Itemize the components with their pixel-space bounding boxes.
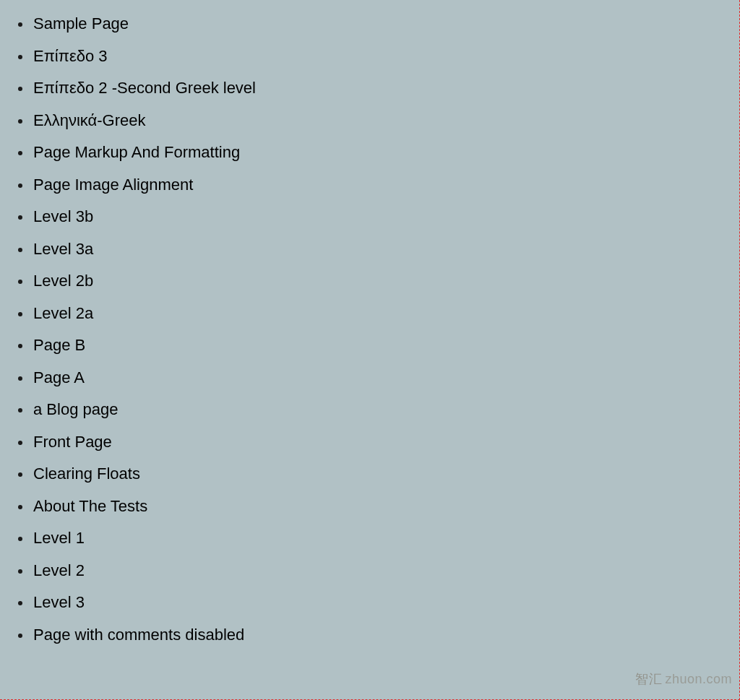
list-item: Level 1	[32, 530, 739, 546]
page-link[interactable]: Level 3a	[33, 240, 93, 258]
page-link[interactable]: a Blog page	[33, 400, 118, 418]
list-item: Ελληνικά-Greek	[32, 113, 739, 129]
page-link[interactable]: Level 1	[33, 529, 85, 547]
list-item: Level 3	[32, 595, 739, 610]
page-link[interactable]: Level 3	[33, 593, 85, 611]
list-item: Clearing Floats	[32, 466, 739, 482]
page-link[interactable]: Επίπεδο 2 -Second Greek level	[33, 79, 256, 97]
page-link[interactable]: Sample Page	[33, 14, 129, 33]
list-item: Page B	[32, 337, 739, 353]
page-link[interactable]: Page with comments disabled	[33, 626, 244, 644]
page-link[interactable]: Επίπεδο 3	[33, 47, 108, 65]
list-item: Page A	[32, 370, 739, 386]
page-link[interactable]: Clearing Floats	[33, 464, 140, 483]
page-link[interactable]: Front Page	[33, 433, 112, 451]
page-link[interactable]: Level 2b	[33, 272, 93, 290]
list-item: About The Tests	[32, 498, 739, 514]
page-link[interactable]: Page B	[33, 336, 85, 354]
watermark-domain: zhuon.com	[665, 672, 732, 686]
page-link[interactable]: Level 2	[33, 561, 85, 579]
page-link[interactable]: Level 3b	[33, 207, 93, 225]
list-item: Επίπεδο 3	[32, 48, 739, 64]
list-item: Επίπεδο 2 -Second Greek level	[32, 80, 739, 96]
list-item: Level 2a	[32, 306, 739, 321]
page-link[interactable]: Page Markup And Formatting	[33, 143, 240, 161]
list-item: Front Page	[32, 434, 739, 450]
list-item: Level 3a	[32, 241, 739, 257]
page-link[interactable]: Page A	[33, 368, 85, 386]
list-item: Page with comments disabled	[32, 627, 739, 643]
list-item: Page Image Alignment	[32, 177, 739, 193]
page-link[interactable]: Ελληνικά-Greek	[33, 111, 145, 129]
page-link[interactable]: Page Image Alignment	[33, 176, 193, 194]
list-item: Level 2b	[32, 273, 739, 289]
page-list: Sample Page Επίπεδο 3 Επίπεδο 2 -Second …	[0, 0, 739, 643]
watermark: 智汇zhuon.com	[635, 670, 732, 688]
page-link[interactable]: About The Tests	[33, 497, 147, 515]
list-item: Level 3b	[32, 209, 739, 225]
watermark-zh: 智汇	[635, 672, 662, 686]
list-item: Sample Page	[32, 16, 739, 32]
page-link[interactable]: Level 2a	[33, 304, 93, 322]
list-item: a Blog page	[32, 402, 739, 418]
list-item: Page Markup And Formatting	[32, 144, 739, 160]
list-item: Level 2	[32, 563, 739, 579]
